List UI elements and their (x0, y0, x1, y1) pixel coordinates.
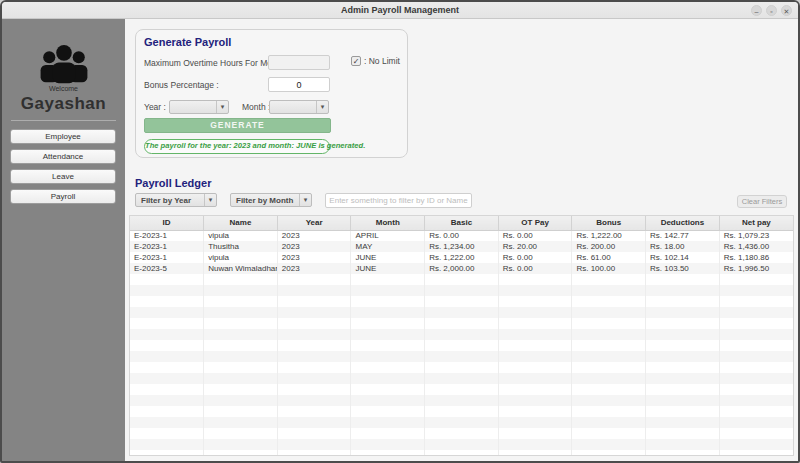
table-cell-empty (425, 340, 499, 351)
table-cell-empty (719, 340, 793, 351)
table-cell-empty (277, 318, 351, 329)
table-cell-empty (351, 362, 425, 373)
table-cell-empty (351, 340, 425, 351)
clear-filters-button[interactable]: Clear Filters (737, 195, 787, 208)
table-cell-empty (204, 329, 278, 340)
table-cell-empty (204, 318, 278, 329)
table-cell-empty (130, 296, 204, 307)
sidebar-item-payroll[interactable]: Payroll (10, 189, 116, 204)
column-header: Name (204, 216, 278, 230)
max-overtime-input[interactable] (268, 55, 330, 70)
search-input[interactable] (325, 193, 472, 208)
table-cell-empty (425, 285, 499, 296)
chevron-down-icon: ▾ (316, 101, 328, 113)
table-cell: Rs. 1,222.00 (572, 230, 646, 241)
table-cell-empty (572, 318, 646, 329)
table-row-empty (130, 417, 793, 428)
month-label: Month : (242, 102, 270, 112)
table-row[interactable]: E-2023-1Thusitha2023MAYRs. 1,234.00Rs. 2… (130, 241, 793, 252)
table-row-empty (130, 362, 793, 373)
max-overtime-label: Maximum Overtime Hours For Month : (144, 58, 289, 68)
table-cell: Rs. 2,000.00 (425, 263, 499, 274)
table-cell-empty (646, 329, 720, 340)
close-icon[interactable]: ✕ (781, 5, 792, 16)
table-cell-empty (572, 285, 646, 296)
table-cell-empty (719, 450, 793, 456)
table-cell-empty (646, 439, 720, 450)
table-cell: JUNE (351, 252, 425, 263)
table-row[interactable]: E-2023-1vipula2023APRILRs. 0.00Rs. 0.00R… (130, 230, 793, 241)
table-row-empty (130, 307, 793, 318)
table-cell-empty (130, 395, 204, 406)
table-cell-empty (351, 450, 425, 456)
minimize-icon[interactable]: – (751, 5, 762, 16)
table-cell: Rs. 0.00 (425, 230, 499, 241)
table-row-empty (130, 395, 793, 406)
column-header: Basic (425, 216, 499, 230)
table-row-empty (130, 351, 793, 362)
year-select[interactable]: ▾ (169, 100, 229, 114)
table-cell-empty (498, 395, 572, 406)
table-cell: Rs. 0.00 (498, 252, 572, 263)
table-cell-empty (719, 406, 793, 417)
table-cell-empty (130, 384, 204, 395)
month-select[interactable]: ▾ (269, 100, 329, 114)
table-cell-empty (277, 439, 351, 450)
generate-payroll-panel: Generate Payroll Maximum Overtime Hours … (135, 29, 408, 158)
table-cell: 2023 (277, 263, 351, 274)
table-cell-empty (498, 450, 572, 456)
table-cell-empty (646, 274, 720, 285)
table-cell-empty (277, 450, 351, 456)
table-cell-empty (572, 384, 646, 395)
bonus-percentage-label: Bonus Percentage : (144, 80, 219, 90)
sidebar-item-employee[interactable]: Employee (10, 129, 116, 144)
table-cell-empty (646, 450, 720, 456)
table-cell-empty (351, 296, 425, 307)
table-cell-empty (277, 362, 351, 373)
table-cell-empty (277, 285, 351, 296)
table-cell: E-2023-1 (130, 230, 204, 241)
table-cell-empty (130, 439, 204, 450)
table-row[interactable]: E-2023-5Nuwan Wimaladharma2023JUNERs. 2,… (130, 263, 793, 274)
maximize-icon[interactable]: ▫ (766, 5, 777, 16)
table-cell-empty (498, 373, 572, 384)
table-row-empty (130, 384, 793, 395)
table-cell-empty (351, 428, 425, 439)
table-cell-empty (425, 296, 499, 307)
table-cell-empty (425, 439, 499, 450)
table-cell: 2023 (277, 252, 351, 263)
table-cell: Thusitha (204, 241, 278, 252)
table-cell: JUNE (351, 263, 425, 274)
filter-by-year-select[interactable]: Filter by Year ▾ (135, 193, 217, 207)
window-body: Welcome Gayashan EmployeeAttendanceLeave… (2, 19, 798, 461)
table-cell-empty (277, 395, 351, 406)
sidebar-item-attendance[interactable]: Attendance (10, 149, 116, 164)
table-cell-empty (572, 351, 646, 362)
bonus-percentage-input[interactable] (268, 77, 330, 92)
table-cell-empty (719, 362, 793, 373)
table-cell-empty (572, 373, 646, 384)
table-cell: Rs. 1,996.50 (719, 263, 793, 274)
column-header: OT Pay (498, 216, 572, 230)
table-row-empty (130, 406, 793, 417)
table-cell-empty (204, 395, 278, 406)
table-cell-empty (130, 274, 204, 285)
table-cell-empty (646, 362, 720, 373)
table-cell: Rs. 61.00 (572, 252, 646, 263)
generate-button[interactable]: GENERATE (144, 118, 331, 133)
table-cell-empty (351, 285, 425, 296)
table-cell-empty (351, 395, 425, 406)
table-cell-empty (130, 285, 204, 296)
table-cell-empty (351, 406, 425, 417)
table-cell: Rs. 103.50 (646, 263, 720, 274)
table-cell-empty (646, 395, 720, 406)
filter-by-month-select[interactable]: Filter by Month ▾ (230, 193, 312, 207)
table-cell-empty (425, 384, 499, 395)
table-cell-empty (351, 307, 425, 318)
table-row[interactable]: E-2023-1vipula2023JUNERs. 1,222.00Rs. 0.… (130, 252, 793, 263)
sidebar-item-leave[interactable]: Leave (10, 169, 116, 184)
table-cell-empty (277, 329, 351, 340)
table-cell-empty (277, 296, 351, 307)
table-cell-empty (277, 428, 351, 439)
no-limit-checkbox[interactable]: ✓ (351, 56, 361, 66)
